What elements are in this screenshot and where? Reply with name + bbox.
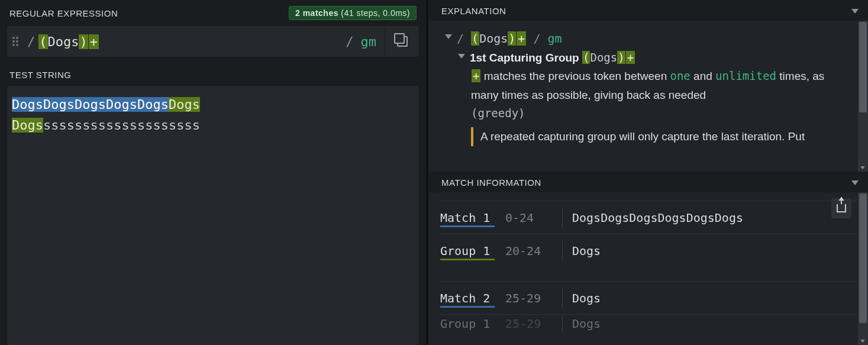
match-row[interactable]: Group 1 20-24 Dogs [440, 234, 856, 267]
regex-flags[interactable]: gm [357, 34, 385, 49]
left-pane: REGULAR EXPRESSION 2 matches (41 steps, … [0, 0, 426, 345]
regex-delimiter-open: / [24, 34, 38, 49]
scrollbar[interactable] [858, 21, 868, 172]
scrollbar-thumb[interactable] [859, 194, 867, 323]
copy-icon [397, 36, 408, 47]
regex-input-row: / (Dogs)+ / gm [7, 26, 419, 57]
scrollbar-thumb[interactable] [859, 22, 867, 112]
copy-button[interactable] [385, 26, 419, 57]
chevron-down-icon [851, 180, 859, 185]
test-line-2: Dogsssssssssssssssssssss [12, 115, 414, 136]
match-info-body: Match 1 0-24 DogsDogsDogsDogsDogsDogs Gr… [428, 192, 868, 345]
match-count-badge: 2 matches (41 steps, 0.0ms) [289, 6, 417, 20]
explanation-section: EXPLANATION / (Dogs)+ / gm 1st Capturing… [428, 0, 868, 172]
match-row[interactable]: Match 1 0-24 DogsDogsDogsDogsDogsDogs [440, 201, 856, 234]
test-line-1: DogsDogsDogsDogsDogsDogs [12, 94, 414, 115]
drag-handle-icon[interactable] [7, 26, 24, 57]
explanation-quantifier-desc: + matches the previous token between one… [471, 67, 844, 122]
explanation-group-1[interactable]: 1st Capturing Group (Dogs)+ [458, 49, 856, 67]
match-info-header[interactable]: MATCH INFORMATION [428, 172, 868, 192]
caret-down-icon [458, 54, 465, 59]
regex-section-header: REGULAR EXPRESSION 2 matches (41 steps, … [7, 0, 419, 25]
export-icon [837, 204, 846, 212]
regex-input[interactable]: (Dogs)+ [38, 34, 342, 49]
export-button[interactable] [831, 198, 851, 218]
caret-down-icon [445, 34, 452, 39]
explanation-body: / (Dogs)+ / gm 1st Capturing Group (Dogs… [428, 21, 868, 172]
regex-header-label: REGULAR EXPRESSION [9, 8, 118, 18]
match-info-section: MATCH INFORMATION Match 1 0-24 DogsDogsD… [428, 172, 868, 345]
match-row[interactable]: Match 2 25-29 Dogs [440, 281, 856, 314]
match-row[interactable]: Group 1 25-29 Dogs [440, 314, 856, 332]
explanation-root[interactable]: / (Dogs)+ / gm [445, 29, 856, 49]
explanation-header[interactable]: EXPLANATION [428, 0, 868, 21]
regex-delimiter-close: / [342, 34, 357, 49]
chevron-down-icon [851, 9, 859, 14]
test-string-header: TEST STRING [7, 57, 419, 86]
test-string-input[interactable]: DogsDogsDogsDogsDogsDogs Dogssssssssssss… [7, 86, 419, 345]
explanation-note: A repeated capturing group will only cap… [471, 127, 844, 146]
right-pane: EXPLANATION / (Dogs)+ / gm 1st Capturing… [426, 0, 868, 345]
scrollbar[interactable] [858, 192, 868, 345]
